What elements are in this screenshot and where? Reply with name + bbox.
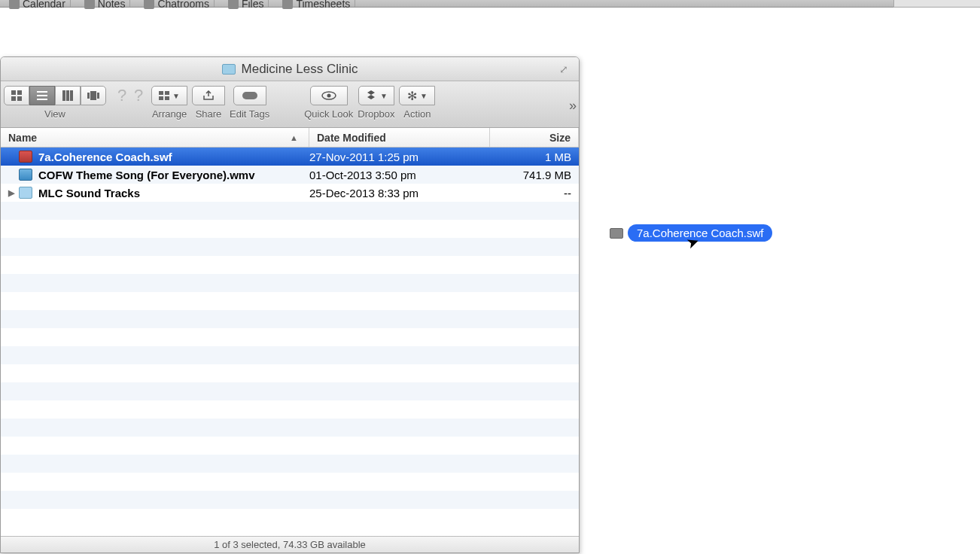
file-date: 27-Nov-2011 1:25 pm — [309, 151, 490, 163]
column-date[interactable]: Date Modified — [309, 128, 490, 147]
share-button[interactable] — [192, 86, 225, 105]
share-group: Share — [192, 86, 225, 120]
quick-look-button[interactable] — [310, 86, 348, 105]
view-label: View — [44, 108, 65, 120]
folder-icon — [19, 187, 32, 199]
file-date: 25-Dec-2013 8:33 pm — [309, 187, 490, 199]
menu-label: Notes — [98, 0, 126, 10]
svg-rect-16 — [165, 96, 169, 100]
file-name: COFW Theme Song (For Everyone).wmv — [38, 169, 255, 181]
column-header: Name ▲ Date Modified Size — [1, 128, 579, 148]
status-text: 1 of 3 selected, 74.33 GB available — [214, 539, 366, 550]
share-label: Share — [196, 108, 222, 120]
edit-tags-button[interactable] — [233, 86, 266, 105]
window-titlebar[interactable]: Medicine Less Clinic ⤢ — [1, 57, 579, 81]
svg-rect-2 — [11, 96, 16, 101]
fullscreen-icon[interactable]: ⤢ — [559, 63, 571, 75]
forward-help-icon[interactable]: ? — [130, 86, 147, 105]
svg-rect-5 — [37, 95, 47, 96]
empty-row — [1, 310, 579, 328]
eye-icon — [321, 91, 336, 100]
menu-label: Files — [242, 0, 264, 10]
menu-label: Chatrooms — [157, 0, 208, 10]
column-size[interactable]: Size — [490, 128, 579, 147]
toolbar-overflow-icon[interactable]: » — [569, 98, 574, 114]
svg-rect-4 — [37, 91, 47, 93]
file-date: 01-Oct-2013 3:50 pm — [309, 169, 490, 181]
action-button[interactable]: ✻ ▼ — [399, 86, 435, 105]
view-coverflow-button[interactable] — [81, 86, 106, 105]
toolbar: View ? ? ▼ Arrange Share — [1, 81, 579, 128]
menu-item-notes[interactable]: Notes — [80, 0, 131, 7]
statusbar: 1 of 3 selected, 74.33 GB available — [1, 536, 579, 552]
menu-item-calendar[interactable]: Calendar — [5, 0, 71, 7]
view-column-button[interactable] — [55, 86, 81, 105]
spacer-label — [129, 108, 132, 120]
svg-rect-0 — [11, 90, 16, 95]
share-icon — [202, 90, 215, 101]
tag-icon — [242, 92, 257, 99]
arrange-button[interactable]: ▼ — [151, 86, 187, 105]
file-row[interactable]: ▶ MLC Sound Tracks 25-Dec-2013 8:33 pm -… — [1, 184, 579, 202]
view-group: View — [4, 86, 106, 120]
file-size: -- — [490, 187, 579, 199]
svg-rect-3 — [17, 96, 22, 101]
menu-item-files[interactable]: Files — [224, 0, 269, 7]
drag-file-icon — [610, 228, 623, 239]
dropbox-icon — [365, 90, 377, 101]
empty-row — [1, 346, 579, 364]
empty-row — [1, 400, 579, 419]
svg-rect-7 — [62, 90, 65, 101]
svg-point-18 — [327, 94, 330, 98]
right-panel-stub — [893, 0, 980, 8]
column-name[interactable]: Name ▲ — [1, 128, 309, 147]
chat-icon — [144, 0, 154, 9]
empty-row — [1, 509, 579, 527]
empty-row — [1, 491, 579, 509]
files-icon — [228, 0, 239, 9]
view-icon-button[interactable] — [4, 86, 29, 105]
file-name: 7a.Coherence Coach.swf — [38, 151, 172, 163]
calendar-icon — [9, 0, 20, 9]
file-row[interactable]: COFW Theme Song (For Everyone).wmv 01-Oc… — [1, 166, 579, 184]
svg-rect-6 — [37, 99, 47, 100]
swf-file-icon — [19, 151, 32, 163]
chevron-down-icon: ▼ — [420, 92, 428, 100]
menu-label: Timesheets — [296, 0, 350, 10]
dropbox-button[interactable]: ▼ — [358, 86, 394, 105]
menu-item-timesheets[interactable]: Timesheets — [278, 0, 355, 7]
view-list-button[interactable] — [29, 86, 55, 105]
back-help-icon[interactable]: ? — [114, 86, 130, 105]
column-size-label: Size — [549, 132, 571, 144]
svg-rect-15 — [159, 96, 163, 100]
chevron-down-icon: ▼ — [380, 92, 388, 100]
folder-icon — [222, 64, 236, 75]
arrange-group: ▼ Arrange — [151, 86, 187, 120]
svg-rect-14 — [165, 91, 169, 95]
svg-rect-8 — [66, 90, 69, 101]
dropbox-group: ▼ Dropbox — [358, 86, 394, 120]
dropbox-label: Dropbox — [358, 108, 394, 120]
svg-rect-13 — [159, 91, 163, 95]
window-title: Medicine Less Clinic — [242, 62, 358, 77]
edit-tags-label: Edit Tags — [230, 108, 269, 120]
empty-row — [1, 220, 579, 238]
menu-label: Calendar — [23, 0, 65, 10]
action-group: ✻ ▼ Action — [399, 86, 435, 120]
menu-item-chatrooms[interactable]: Chatrooms — [139, 0, 214, 7]
file-size: 741.9 MB — [490, 169, 579, 181]
empty-row — [1, 256, 579, 274]
disclosure-triangle-icon[interactable]: ▶ — [5, 188, 17, 198]
empty-row — [1, 419, 579, 437]
action-label: Action — [403, 108, 431, 120]
clock-icon — [282, 0, 293, 9]
empty-row — [1, 292, 579, 310]
file-size: 1 MB — [490, 151, 579, 163]
column-date-label: Date Modified — [317, 132, 386, 144]
notes-icon — [84, 0, 95, 9]
file-row[interactable]: 7a.Coherence Coach.swf 27-Nov-2011 1:25 … — [1, 148, 579, 166]
empty-row — [1, 328, 579, 346]
svg-rect-12 — [97, 93, 99, 99]
drag-ghost-label: 7a.Coherence Coach.swf — [628, 224, 772, 242]
empty-row — [1, 202, 579, 220]
